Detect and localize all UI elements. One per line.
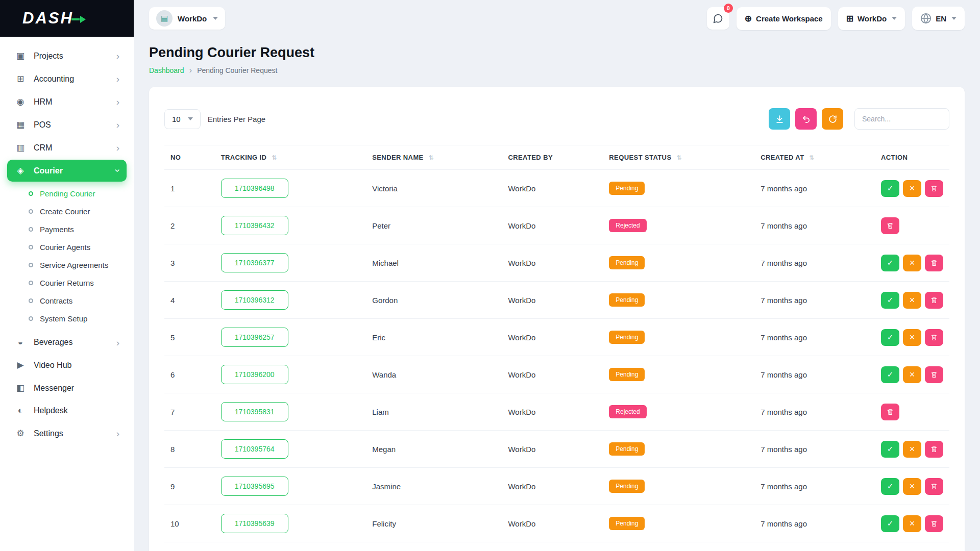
tracking-id-button[interactable]: 1710395764 (221, 439, 288, 459)
approve-button[interactable]: ✓ (881, 478, 899, 495)
approve-button[interactable]: ✓ (881, 329, 899, 346)
messenger-icon: ◧ (14, 383, 27, 393)
created-by: WorkDo (502, 431, 603, 468)
chevron-right-icon: › (116, 74, 119, 84)
create-workspace-button[interactable]: ⊕ Create Workspace (737, 7, 831, 30)
sort-icon[interactable]: ⇅ (272, 154, 277, 161)
tracking-id-button[interactable]: 1710396257 (221, 328, 288, 347)
sidebar-item-video-hub[interactable]: ▶ Video Hub (7, 354, 127, 376)
x-icon: × (910, 518, 915, 529)
sort-icon[interactable]: ⇅ (429, 154, 434, 161)
language-selector[interactable]: EN (912, 7, 965, 30)
sidebar-item-accounting[interactable]: ⊞ Accounting › (7, 68, 127, 90)
sidebar-subitem-courier-agents[interactable]: Courier Agents (24, 238, 127, 256)
back-button[interactable] (795, 108, 817, 130)
table-row: 2 1710396432 Peter WorkDo Rejected 7 mon… (164, 207, 949, 244)
reject-button[interactable]: × (903, 180, 921, 197)
approve-button[interactable]: ✓ (881, 292, 899, 309)
sidebar-subitem-create-courier[interactable]: Create Courier (24, 203, 127, 220)
logo[interactable]: DASH (0, 0, 134, 37)
approve-button[interactable]: ✓ (881, 515, 899, 532)
column-header-tracking-id[interactable]: TRACKING ID⇅ (215, 145, 366, 170)
sidebar: DASH ▣ Projects › ⊞ Accounting › ◉ HRM ›… (0, 0, 134, 551)
sender-name: Eric (366, 319, 502, 356)
row-actions: ✓ × (881, 441, 943, 458)
sidebar-item-settings[interactable]: ⚙ Settings › (7, 422, 127, 444)
trash-icon (930, 520, 938, 528)
row-number: 6 (164, 356, 215, 393)
workspace-selector[interactable]: ▤ WorkDo (149, 7, 225, 30)
status-badge: Pending (609, 480, 645, 493)
workdo-menu-button[interactable]: ⊞ WorkDo (838, 7, 905, 30)
delete-button[interactable] (925, 180, 943, 197)
x-icon: × (910, 369, 915, 380)
column-header-request-status[interactable]: REQUEST STATUS⇅ (603, 145, 754, 170)
tracking-id-button[interactable]: 1710396432 (221, 216, 288, 235)
sidebar-item-projects[interactable]: ▣ Projects › (7, 45, 127, 67)
sidebar-subitem-contracts[interactable]: Contracts (24, 292, 127, 310)
sidebar-item-pos[interactable]: ▦ POS › (7, 114, 127, 136)
sort-icon[interactable]: ⇅ (676, 154, 681, 161)
check-icon: ✓ (887, 370, 894, 379)
chat-button[interactable]: 0 (707, 7, 729, 30)
entries-per-page-select[interactable]: 10 (164, 109, 201, 129)
pos-icon: ▦ (14, 119, 27, 130)
delete-button[interactable] (925, 366, 943, 383)
approve-button[interactable]: ✓ (881, 255, 899, 271)
page-title: Pending Courier Request (149, 45, 965, 61)
column-header-created-at[interactable]: CREATED AT⇅ (754, 145, 875, 170)
sort-icon[interactable]: ⇅ (810, 154, 815, 161)
delete-button[interactable] (925, 515, 943, 532)
delete-button[interactable] (925, 478, 943, 495)
sidebar-subitem-system-setup[interactable]: System Setup (24, 310, 127, 328)
sidebar-item-beverages[interactable]: ◒ Beverages › (7, 332, 127, 353)
sender-name: Liam (366, 393, 502, 431)
tracking-id-button[interactable]: 1710396377 (221, 253, 288, 272)
sidebar-subitem-courier-returns[interactable]: Courier Returns (24, 274, 127, 292)
sidebar-subitem-pending-courier[interactable]: Pending Courier (24, 185, 127, 203)
status-badge: Pending (609, 442, 645, 456)
reject-button[interactable]: × (903, 515, 921, 532)
tracking-id-button[interactable]: 1710396312 (221, 290, 288, 310)
sidebar-subitem-payments[interactable]: Payments (24, 220, 127, 238)
breadcrumb-dashboard-link[interactable]: Dashboard (149, 66, 184, 74)
trash-icon (930, 334, 938, 341)
column-header-sender-name[interactable]: SENDER NAME⇅ (366, 145, 502, 170)
export-button[interactable] (769, 108, 790, 130)
search-input[interactable] (854, 108, 949, 130)
tracking-id-button[interactable]: 1710395695 (221, 477, 288, 496)
sidebar-item-helpdesk[interactable]: ◐ Helpdesk (7, 400, 127, 421)
check-icon: ✓ (887, 258, 894, 267)
bullet-icon (29, 298, 33, 303)
table-row: 7 1710395831 Liam WorkDo Rejected 7 mont… (164, 393, 949, 431)
refresh-button[interactable] (822, 108, 843, 130)
approve-button[interactable]: ✓ (881, 366, 899, 383)
delete-button[interactable] (925, 292, 943, 309)
row-number: 2 (164, 207, 215, 244)
reject-button[interactable]: × (903, 292, 921, 309)
tracking-id-button[interactable]: 1710395831 (221, 402, 288, 421)
delete-button[interactable] (925, 255, 943, 271)
approve-button[interactable]: ✓ (881, 180, 899, 197)
bullet-icon (29, 263, 33, 267)
approve-button[interactable]: ✓ (881, 441, 899, 458)
reject-button[interactable]: × (903, 255, 921, 271)
sidebar-item-messenger[interactable]: ◧ Messenger (7, 377, 127, 399)
reject-button[interactable]: × (903, 329, 921, 346)
table-row: 6 1710396200 Wanda WorkDo Pending 7 mont… (164, 356, 949, 393)
sidebar-item-hrm[interactable]: ◉ HRM › (7, 91, 127, 113)
sidebar-item-courier[interactable]: ◈ Courier › (7, 160, 127, 182)
subitem-label: Courier Agents (40, 243, 90, 252)
delete-button[interactable] (925, 329, 943, 346)
delete-button[interactable] (925, 441, 943, 458)
tracking-id-button[interactable]: 1710396498 (221, 179, 288, 198)
tracking-id-button[interactable]: 1710395639 (221, 514, 288, 533)
sidebar-subitem-service-agreements[interactable]: Service Agreements (24, 256, 127, 274)
reject-button[interactable]: × (903, 478, 921, 495)
sidebar-item-crm[interactable]: ▥ CRM › (7, 137, 127, 159)
tracking-id-button[interactable]: 1710396200 (221, 365, 288, 384)
reject-button[interactable]: × (903, 441, 921, 458)
delete-button[interactable] (881, 404, 899, 420)
reject-button[interactable]: × (903, 366, 921, 383)
delete-button[interactable] (881, 217, 899, 234)
